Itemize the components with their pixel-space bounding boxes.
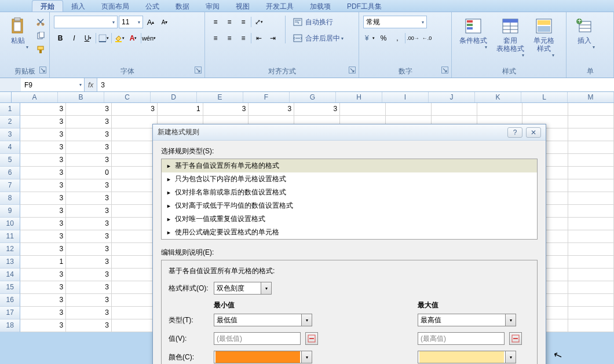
grid-cell[interactable]: [477, 103, 523, 116]
grid-cell[interactable]: [568, 294, 614, 307]
number-expand-icon[interactable]: ↘: [441, 67, 448, 73]
grid-cell[interactable]: 3: [66, 230, 112, 243]
grid-cell[interactable]: [112, 141, 158, 154]
grid-cell[interactable]: [112, 116, 158, 128]
grid-cell[interactable]: [112, 319, 158, 332]
rule-type-item[interactable]: ►仅对唯一值或重复值设置格式: [162, 212, 537, 226]
column-header[interactable]: H: [336, 92, 382, 102]
row-header[interactable]: 7: [0, 179, 20, 192]
grid-cell[interactable]: [432, 103, 477, 116]
close-button[interactable]: ✕: [526, 127, 541, 138]
grid-cell[interactable]: 3: [66, 116, 112, 128]
grid-cell[interactable]: [112, 179, 158, 192]
format-painter-button[interactable]: [34, 43, 47, 56]
grid-cell[interactable]: 3: [20, 179, 66, 192]
row-header[interactable]: 3: [0, 128, 20, 141]
grid-cell[interactable]: 3: [66, 141, 112, 154]
grid-cell[interactable]: 3: [294, 103, 340, 116]
type-min-dropdown[interactable]: 最低值▾: [214, 314, 312, 326]
grid-cell[interactable]: 1: [158, 103, 203, 116]
grid-cell[interactable]: [112, 294, 158, 307]
grid-cell[interactable]: 3: [20, 243, 66, 256]
grid-cell[interactable]: 3: [203, 103, 249, 116]
row-header[interactable]: 5: [0, 154, 20, 167]
grid-cell[interactable]: [568, 243, 614, 256]
column-header[interactable]: D: [151, 92, 197, 102]
grid-cell[interactable]: [568, 179, 614, 192]
row-header[interactable]: 17: [0, 307, 20, 319]
grid-cell[interactable]: 3: [66, 256, 112, 269]
column-header[interactable]: G: [290, 92, 336, 102]
grid-cell[interactable]: [568, 256, 614, 269]
grid-cell[interactable]: [568, 192, 614, 205]
column-header[interactable]: J: [429, 92, 475, 102]
grid-cell[interactable]: 1: [20, 256, 66, 269]
grid-cell[interactable]: 3: [66, 179, 112, 192]
format-as-table-button[interactable]: 套用 表格格式 ▾: [493, 16, 528, 59]
tab-layout[interactable]: 页面布局: [93, 1, 137, 12]
align-middle-button[interactable]: ≡: [223, 16, 236, 28]
insert-cells-button[interactable]: + 插入 ▾: [571, 16, 598, 51]
grid-cell[interactable]: [112, 256, 158, 269]
grid-cell[interactable]: [568, 269, 614, 281]
grid-cell[interactable]: 3: [248, 103, 294, 116]
grid-cell[interactable]: [112, 192, 158, 205]
row-header[interactable]: 9: [0, 205, 20, 218]
border-button[interactable]: ▾: [97, 32, 110, 45]
grid-cell[interactable]: [568, 218, 614, 230]
grid-cell[interactable]: 3: [66, 192, 112, 205]
tab-review[interactable]: 审阅: [198, 1, 228, 12]
rule-type-item[interactable]: ►仅对高于或低于平均值的数值设置格式: [162, 199, 537, 212]
grid-cell[interactable]: 3: [66, 218, 112, 230]
orientation-button[interactable]: ⤢▾: [253, 16, 265, 28]
rule-type-item[interactable]: ►使用公式确定要设置格式的单元格: [162, 226, 537, 239]
increase-font-button[interactable]: A▴: [144, 16, 157, 28]
rule-type-item[interactable]: ►只为包含以下内容的单元格设置格式: [162, 172, 537, 186]
row-header[interactable]: 13: [0, 256, 20, 269]
paste-button[interactable]: 粘贴 ▾: [4, 16, 32, 51]
tab-formula[interactable]: 公式: [137, 1, 167, 12]
grid-cell[interactable]: [112, 230, 158, 243]
tab-home[interactable]: 开始: [32, 0, 63, 12]
row-header[interactable]: 8: [0, 192, 20, 205]
select-all-corner[interactable]: [0, 92, 12, 102]
increase-indent-button[interactable]: ⇥: [266, 32, 279, 45]
grid-cell[interactable]: [340, 103, 386, 116]
help-button[interactable]: ?: [507, 127, 522, 138]
grid-cell[interactable]: [568, 116, 614, 128]
grid-cell[interactable]: 3: [20, 294, 66, 307]
bold-button[interactable]: B: [54, 32, 67, 45]
grid-cell[interactable]: 3: [20, 128, 66, 141]
grid-cell[interactable]: 3: [20, 116, 66, 128]
number-format-dropdown[interactable]: 常规▾: [363, 16, 427, 28]
grid-cell[interactable]: [112, 154, 158, 167]
grid-cell[interactable]: 3: [66, 128, 112, 141]
grid-cell[interactable]: 3: [66, 243, 112, 256]
row-header[interactable]: 1: [0, 103, 20, 116]
grid-cell[interactable]: 3: [66, 154, 112, 167]
grid-cell[interactable]: 3: [20, 154, 66, 167]
grid-cell[interactable]: 3: [20, 141, 66, 154]
type-max-dropdown[interactable]: 最高值▾: [418, 314, 516, 326]
font-color-button[interactable]: A▾: [127, 32, 140, 45]
row-header[interactable]: 18: [0, 319, 20, 332]
column-header[interactable]: L: [521, 92, 568, 102]
grid-cell[interactable]: [568, 167, 614, 179]
percent-button[interactable]: %: [377, 32, 390, 45]
grid-cell[interactable]: [112, 218, 158, 230]
decrease-indent-button[interactable]: ⇤: [253, 32, 265, 45]
row-header[interactable]: 6: [0, 167, 20, 179]
increase-decimal-button[interactable]: .00→: [407, 32, 419, 45]
column-header[interactable]: I: [382, 92, 429, 102]
grid-cell[interactable]: 3: [20, 269, 66, 281]
grid-cell[interactable]: [568, 154, 614, 167]
clipboard-expand-icon[interactable]: ↘: [39, 67, 46, 73]
row-header[interactable]: 12: [0, 243, 20, 256]
column-header[interactable]: E: [197, 92, 243, 102]
grid-cell[interactable]: 3: [20, 307, 66, 319]
copy-button[interactable]: [34, 30, 47, 42]
decrease-decimal-button[interactable]: ←.0: [421, 32, 433, 45]
currency-button[interactable]: ¥▾: [363, 32, 376, 45]
grid-cell[interactable]: 3: [66, 269, 112, 281]
grid-cell[interactable]: [568, 205, 614, 218]
